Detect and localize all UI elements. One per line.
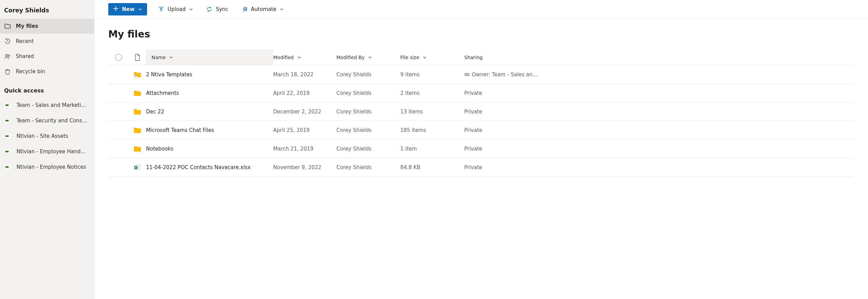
- file-name[interactable]: 2 Ntiva Templates: [146, 71, 192, 78]
- table-body: 2 Ntiva TemplatesMarch 18, 2022Corey Shi…: [108, 65, 853, 177]
- table-row[interactable]: 2 Ntiva TemplatesMarch 18, 2022Corey Shi…: [108, 65, 853, 84]
- quick-access-item[interactable]: Team - Security and Cons…: [0, 113, 94, 128]
- new-button-label: New: [122, 6, 135, 12]
- main: New Upload Sync Automate: [94, 0, 868, 299]
- file-type-icon: [129, 164, 146, 171]
- cell-modified-by: Corey Shields: [336, 90, 400, 96]
- chevron-down-icon: [423, 55, 427, 59]
- svg-point-30: [136, 75, 137, 76]
- quick-access-item[interactable]: Ntivian - Employee Hand…: [0, 144, 94, 159]
- site-thumbnail-icon: [4, 102, 14, 109]
- cell-sharing: Private: [464, 90, 853, 96]
- file-name[interactable]: Notebooks: [146, 146, 174, 152]
- new-button[interactable]: New: [108, 3, 147, 15]
- cell-modified: April 25, 2019: [273, 127, 336, 133]
- column-header-name[interactable]: Name: [146, 49, 273, 65]
- quick-access-label: Team - Security and Cons…: [14, 118, 87, 124]
- quick-access-item[interactable]: Team - Sales and Marketi…: [0, 97, 94, 113]
- chevron-down-icon: [138, 7, 142, 11]
- sidebar-item-recycle-bin[interactable]: Recycle bin: [0, 64, 94, 79]
- cell-file-size: 84.8 KB: [400, 164, 464, 170]
- cell-modified: March 18, 2022: [273, 71, 336, 78]
- file-type-icon: [129, 90, 146, 97]
- quick-access-item[interactable]: Ntivian - Site Assets: [0, 128, 94, 144]
- command-bar: New Upload Sync Automate: [94, 0, 868, 19]
- svg-point-21: [7, 166, 8, 168]
- svg-point-5: [7, 104, 8, 106]
- file-type-icon: [129, 71, 146, 78]
- sidebar-item-shared[interactable]: Shared: [0, 49, 94, 64]
- sidebar-nav: My filesRecentSharedRecycle bin: [0, 19, 94, 79]
- sidebar-owner: Corey Shields: [0, 3, 94, 19]
- upload-button[interactable]: Upload: [156, 3, 196, 15]
- chevron-down-icon: [368, 55, 372, 59]
- file-name[interactable]: 11-04-2022 POC Contacts Navacare.xlsx: [146, 164, 251, 170]
- svg-rect-33: [134, 129, 141, 133]
- quick-access-label: Ntivian - Site Assets: [14, 133, 68, 139]
- cell-file-size: 2 items: [400, 90, 464, 96]
- chevron-down-icon: [169, 55, 173, 59]
- quick-access-label: Ntivian - Employee Hand…: [14, 148, 86, 155]
- column-header-modified-by-label: Modified By: [336, 55, 365, 60]
- svg-rect-34: [134, 147, 141, 152]
- site-thumbnail-icon: [4, 164, 14, 170]
- column-header-modified-by[interactable]: Modified By: [336, 55, 400, 60]
- file-type-icon: [129, 145, 146, 152]
- svg-rect-27: [245, 10, 247, 11]
- column-header-modified-label: Modified: [273, 55, 294, 60]
- cell-modified-by: Corey Shields: [336, 109, 400, 115]
- site-thumbnail-icon: [4, 133, 14, 140]
- svg-rect-31: [134, 91, 141, 96]
- content: My files Name Modified Modified By: [94, 19, 868, 177]
- upload-label: Upload: [168, 6, 186, 12]
- sidebar-item-label: Shared: [14, 53, 34, 59]
- column-header-file-size-label: File size: [400, 55, 419, 60]
- file-name[interactable]: Attachments: [146, 90, 179, 96]
- table-row[interactable]: AttachmentsApril 22, 2019Corey Shields2 …: [108, 84, 853, 102]
- sidebar-item-my-files[interactable]: My files: [0, 19, 94, 34]
- table-row[interactable]: Microsoft Teams Chat FilesApril 25, 2019…: [108, 121, 853, 140]
- file-type-icon: [129, 108, 146, 115]
- cell-file-size: 13 items: [400, 109, 464, 115]
- file-name[interactable]: Microsoft Teams Chat Files: [146, 127, 214, 133]
- cell-modified-by: Corey Shields: [336, 164, 400, 170]
- cell-file-size: 185 items: [400, 127, 464, 133]
- table-header: Name Modified Modified By File size Shar…: [108, 49, 853, 65]
- svg-point-29: [135, 75, 137, 77]
- file-name[interactable]: Dec 22: [146, 109, 164, 115]
- cell-sharing: Owner: Team - Sales an…: [464, 71, 853, 78]
- cell-file-size: 9 items: [400, 71, 464, 78]
- quick-access-label: Team - Sales and Marketi…: [14, 102, 86, 108]
- sync-icon: [206, 6, 212, 12]
- automate-icon: [241, 6, 247, 12]
- svg-rect-26: [245, 8, 247, 9]
- table-row[interactable]: NotebooksMarch 21, 2019Corey Shields1 it…: [108, 140, 853, 158]
- automate-button[interactable]: Automate: [239, 3, 286, 15]
- chevron-down-icon: [280, 7, 284, 11]
- svg-point-0: [5, 54, 8, 56]
- table-row[interactable]: 11-04-2022 POC Contacts Navacare.xlsxNov…: [108, 158, 853, 177]
- cell-file-size: 1 item: [400, 146, 464, 152]
- svg-point-17: [7, 151, 8, 152]
- column-header-name-label: Name: [152, 55, 166, 60]
- column-header-sharing[interactable]: Sharing: [464, 55, 853, 60]
- file-type-column-icon: [129, 54, 146, 61]
- cell-modified: December 2, 2022: [273, 109, 336, 115]
- table-row[interactable]: Dec 22December 2, 2022Corey Shields13 it…: [108, 102, 853, 121]
- column-header-file-size[interactable]: File size: [400, 55, 464, 60]
- column-header-modified[interactable]: Modified: [273, 55, 336, 60]
- select-all[interactable]: [108, 54, 129, 61]
- svg-point-9: [7, 120, 8, 121]
- column-header-sharing-label: Sharing: [464, 55, 483, 60]
- file-type-icon: [129, 127, 146, 134]
- people-icon: [4, 53, 14, 60]
- link-icon: [464, 72, 470, 77]
- cell-modified: November 9, 2022: [273, 164, 336, 170]
- sync-button[interactable]: Sync: [204, 3, 230, 15]
- sidebar-item-recent[interactable]: Recent: [0, 34, 94, 49]
- plus-icon: [113, 6, 119, 13]
- cell-modified: March 21, 2019: [273, 146, 336, 152]
- quick-access-item[interactable]: Ntivian - Employee Notices: [0, 159, 94, 175]
- sidebar: Corey Shields My filesRecentSharedRecycl…: [0, 0, 94, 299]
- cell-modified-by: Corey Shields: [336, 146, 400, 152]
